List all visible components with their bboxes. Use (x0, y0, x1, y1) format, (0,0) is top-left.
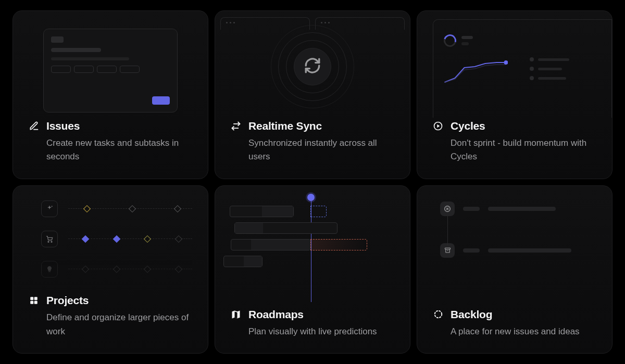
backlog-illustration (417, 186, 612, 306)
card-title: Cycles (451, 120, 485, 132)
grid-icon (29, 295, 39, 306)
svg-rect-8 (34, 297, 38, 300)
svg-point-5 (51, 241, 52, 242)
card-title: Backlog (451, 308, 492, 321)
feature-card-projects[interactable]: Projects Define and organize larger piec… (12, 185, 208, 354)
dashed-circle-icon (433, 309, 443, 320)
svg-point-0 (504, 60, 508, 65)
sparkle-icon (41, 200, 58, 217)
archive-icon (440, 243, 455, 258)
card-desc: Don't sprint - build momentum with Cycle… (433, 136, 596, 164)
swap-icon (231, 121, 241, 131)
sync-icon (304, 57, 321, 77)
issues-mock-window (43, 29, 178, 112)
svg-point-3 (52, 206, 53, 207)
feature-card-roadmaps[interactable]: Roadmaps Plan visually with live predict… (215, 185, 410, 354)
card-desc: A place for new issues and ideas (433, 325, 596, 338)
card-title: Issues (46, 120, 80, 132)
play-circle-icon (433, 121, 443, 131)
card-desc: Plan visually with live predictions (231, 325, 394, 338)
cycles-burndown-chart (444, 57, 508, 89)
card-title: Roadmaps (248, 308, 304, 321)
roadmaps-illustration (215, 186, 410, 306)
svg-rect-12 (445, 248, 450, 249)
svg-rect-6 (48, 271, 51, 272)
cart-icon (41, 231, 58, 247)
sync-illustration (215, 11, 410, 118)
edit-icon (29, 121, 39, 131)
feature-grid: Issues Create new tasks and subtasks in … (0, 0, 625, 364)
issues-illustration (13, 11, 208, 118)
cycles-illustration (417, 11, 612, 118)
map-icon (231, 309, 241, 320)
svg-marker-2 (437, 124, 440, 128)
card-title: Projects (46, 294, 89, 307)
feature-card-sync[interactable]: Realtime Sync Synchronized instantly acr… (215, 10, 410, 179)
card-desc: Define and organize larger pieces of wor… (29, 311, 192, 338)
svg-point-13 (434, 311, 441, 318)
svg-rect-9 (30, 301, 33, 304)
close-circle-icon (440, 202, 455, 216)
svg-rect-10 (34, 301, 38, 304)
issues-mock-submit-button (152, 96, 170, 105)
feature-card-cycles[interactable]: Cycles Don't sprint - build momentum wit… (417, 10, 612, 179)
bulb-icon (41, 261, 58, 278)
feature-card-issues[interactable]: Issues Create new tasks and subtasks in … (12, 10, 208, 179)
card-desc: Synchronized instantly across all users (231, 136, 394, 164)
roadmap-scrubber (307, 194, 315, 201)
card-title: Realtime Sync (248, 120, 322, 132)
card-desc: Create new tasks and subtasks in seconds (29, 136, 192, 164)
feature-card-backlog[interactable]: Backlog A place for new issues and ideas (417, 185, 612, 354)
svg-point-4 (48, 241, 49, 242)
cycles-progress-donut (442, 32, 459, 49)
svg-rect-7 (30, 297, 33, 300)
projects-illustration (13, 186, 208, 293)
